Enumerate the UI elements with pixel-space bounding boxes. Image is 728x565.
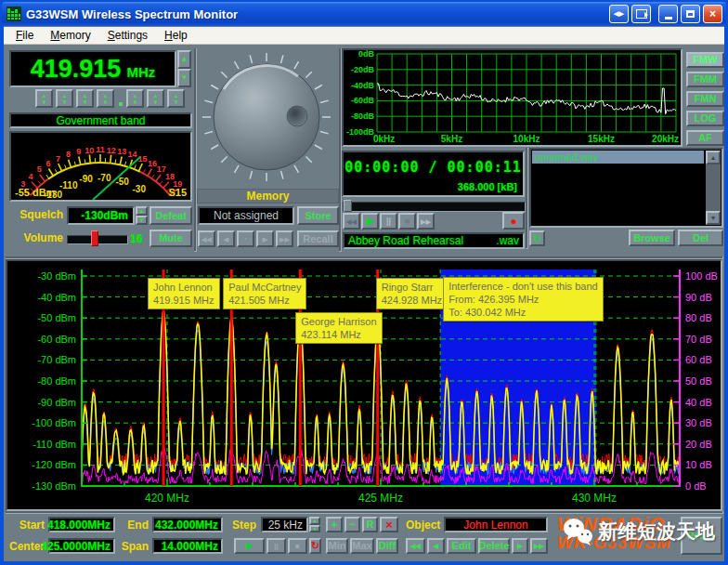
store-button[interactable]: Store	[297, 206, 339, 225]
scroll-down-button[interactable]: ▼	[706, 211, 721, 225]
memory-previous-button[interactable]: ◀	[217, 230, 235, 247]
object-first-button[interactable]: ◀◀	[406, 538, 425, 554]
detach-button[interactable]	[631, 5, 651, 23]
max-button[interactable]: Max	[350, 538, 374, 554]
mode-button-fmw[interactable]: FMW	[686, 52, 724, 68]
digit-stepper-6[interactable]: ▲▼	[147, 89, 164, 108]
zoom-in-button[interactable]: +	[326, 517, 343, 532]
marker-frequency: 423.114 MHz	[301, 328, 376, 341]
left-axis-label: -110 dBm	[32, 439, 76, 450]
minimize-button[interactable]	[658, 5, 678, 23]
digit-stepper-2[interactable]: ▲▼	[56, 89, 73, 108]
end-field[interactable]: 432.000MHz	[152, 517, 223, 532]
clear-button[interactable]: ×	[380, 517, 398, 532]
menu-memory[interactable]: Memory	[42, 27, 98, 44]
object-label: Object	[406, 519, 441, 531]
diff-button[interactable]: Diff	[376, 538, 398, 554]
menu-file[interactable]: File	[7, 27, 42, 44]
meter-tick	[120, 157, 122, 165]
playback-track[interactable]	[343, 202, 526, 212]
max-label: Max	[352, 541, 371, 551]
stop-button[interactable]: ■	[398, 213, 416, 230]
object-last-button[interactable]: ▶▶	[530, 538, 548, 554]
sweep-single-button[interactable]: ■	[288, 538, 307, 554]
del-button[interactable]: Del	[678, 230, 723, 246]
memory-first-button[interactable]: ◀◀	[198, 230, 215, 247]
rewind-button[interactable]: ◀◀	[343, 213, 360, 230]
interference-label[interactable]: Interference - don't use this bandFrom: …	[443, 277, 603, 322]
zoom-out-button[interactable]: −	[344, 517, 360, 532]
frequency-up-button[interactable]: ▲	[177, 50, 191, 69]
playback-position-slider[interactable]	[343, 200, 524, 212]
record-button[interactable]: ●	[502, 212, 525, 230]
memory-current-button[interactable]: ·	[237, 230, 254, 247]
digit-stepper-7[interactable]: ▲▼	[167, 89, 185, 108]
defeat-button[interactable]: Defeat	[150, 206, 192, 225]
object-edit-button[interactable]: Edit	[447, 538, 476, 554]
split-view-button[interactable]: ◀▶	[609, 5, 629, 23]
recordings-list[interactable]: unnamed.wav ▲ ▼	[529, 148, 723, 228]
meter-tick	[69, 160, 72, 168]
spectrum-display[interactable]: -30 dBm100 dB-40 dBm90 dB-50 dBm80 dB-60…	[6, 259, 722, 511]
memory-slot-display[interactable]: Not assigned	[198, 206, 294, 225]
marker-label-4[interactable]: Ringo Starr424.928 MHz	[376, 278, 448, 309]
span-field[interactable]: 14.000MHz	[152, 538, 223, 554]
digit-stepper-1[interactable]: ▲▼	[35, 89, 53, 108]
knob-tick	[320, 100, 329, 102]
mode-button-log[interactable]: LOG	[686, 111, 724, 126]
close-button[interactable]: ×	[703, 5, 722, 23]
digit-stepper-4[interactable]: ▲▼	[97, 89, 114, 108]
sweep-run-button[interactable]: ▶	[234, 538, 265, 554]
meter-tick	[40, 175, 45, 181]
knob-tick	[204, 100, 213, 102]
list-scrollbar[interactable]: ▲ ▼	[706, 151, 721, 225]
frequency-display[interactable]: 419.915 MHz	[9, 50, 176, 87]
memory-next-button[interactable]: ▶	[256, 230, 274, 247]
object-field[interactable]: John Lennon	[444, 517, 548, 532]
tuning-knob[interactable]	[201, 47, 332, 187]
step-down-button[interactable]: ▼	[309, 525, 320, 532]
mode-button-fmm[interactable]: FMM	[686, 72, 724, 87]
object-previous-button[interactable]: ◀	[427, 538, 445, 554]
recall-button[interactable]: Recall	[297, 230, 339, 247]
memory-last-button[interactable]: ▶▶	[276, 230, 293, 247]
play-button[interactable]: ▶	[361, 213, 379, 230]
volume-slider[interactable]	[67, 230, 126, 247]
digit-stepper-5[interactable]: ▲▼	[126, 89, 144, 108]
mute-button[interactable]: Mute	[150, 230, 192, 247]
sweep-reset-button[interactable]: ↻	[309, 538, 321, 554]
scope-y-label: -80dB	[351, 112, 375, 121]
step-up-button[interactable]: ▲	[309, 517, 320, 525]
sweep-pause-button[interactable]: ||	[266, 538, 286, 554]
squelch-value[interactable]: -130dBm	[67, 206, 135, 225]
object-next-button[interactable]: ▶	[512, 538, 528, 554]
mode-button-af[interactable]: AF	[686, 130, 724, 146]
digit-stepper-3[interactable]: ▲▼	[76, 89, 94, 108]
scroll-up-button[interactable]: ▲	[706, 151, 721, 164]
object-delete-button[interactable]: Delete	[478, 538, 510, 554]
zoom-reset-button[interactable]: R	[362, 517, 378, 532]
maximize-button[interactable]	[681, 5, 700, 23]
start-field[interactable]: 418.000MHz	[48, 517, 115, 532]
frequency-down-button[interactable]: ▼	[177, 69, 191, 87]
browse-button[interactable]: Browse	[629, 230, 675, 246]
squelch-down-button[interactable]: ▼	[136, 216, 148, 225]
marker-label-3[interactable]: George Harrison423.114 MHz	[295, 312, 382, 344]
center-field[interactable]: 425.0000MHz	[48, 538, 115, 554]
list-item-selected[interactable]: unnamed.wav	[532, 151, 704, 164]
pause-button[interactable]: ||	[380, 213, 397, 230]
min-button[interactable]: Min	[326, 538, 348, 554]
squelch-up-button[interactable]: ▲	[136, 206, 148, 216]
fast-forward-button[interactable]: ▶▶	[417, 213, 435, 230]
marker-label-2[interactable]: Paul McCartney421.505 MHz	[223, 278, 306, 309]
marker-label-1[interactable]: John Lennon419.915 MHz	[148, 278, 219, 309]
volume-slider-thumb[interactable]	[91, 230, 98, 246]
refresh-list-button[interactable]: ↻	[529, 230, 545, 246]
step-field[interactable]: 25 kHz	[261, 517, 308, 532]
meter-s-label: 12	[107, 146, 116, 155]
mode-button-fmn[interactable]: FMN	[686, 91, 724, 107]
menu-help[interactable]: Help	[156, 27, 196, 44]
menu-settings[interactable]: Settings	[99, 27, 156, 44]
playback-thumb[interactable]	[344, 200, 352, 212]
meter-tick	[46, 175, 49, 178]
